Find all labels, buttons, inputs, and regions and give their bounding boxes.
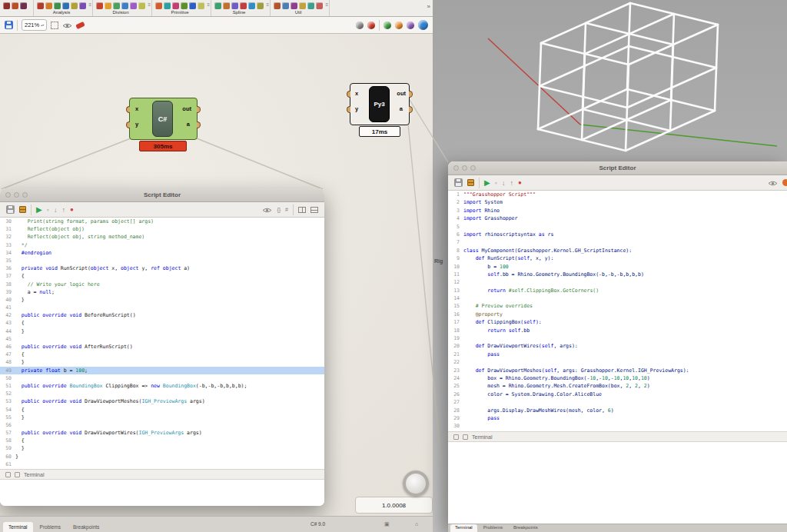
group-menu-icon[interactable]: ≡ [88,2,91,7]
record-icon[interactable]: ● [70,206,74,214]
output-out[interactable]: out [397,90,406,97]
toolbar-icon[interactable] [62,2,69,9]
output-out[interactable]: out [182,105,191,112]
output-a[interactable]: a [187,121,190,128]
sketch-tool-icon[interactable] [75,21,85,28]
toolbar-icon[interactable] [12,2,18,9]
display-mode-icon[interactable] [367,22,375,29]
script-alert-icon[interactable] [782,179,787,186]
input-grip[interactable] [126,121,130,128]
tab-group-util[interactable]: Util ≡ [271,0,330,16]
display-mode-icon[interactable] [418,20,428,30]
zoom-extents-icon[interactable] [51,22,58,29]
display-mode-icon[interactable] [356,22,364,29]
navigation-ball-icon[interactable] [403,470,429,497]
component-capsule[interactable]: Py3 [369,86,390,122]
input-x[interactable]: x [135,105,138,112]
zoom-control[interactable]: 221% ▴▾ [22,19,47,31]
group-menu-icon[interactable]: ≡ [266,2,269,7]
preview-eye-icon[interactable] [62,18,72,32]
toolbar-icons[interactable] [155,2,204,10]
step-into-icon[interactable]: ↓ [54,206,58,214]
package-icon[interactable] [467,179,474,186]
toolbar-icon[interactable] [223,2,230,9]
step-out-icon[interactable]: ↑ [510,179,513,187]
terminal-bar[interactable]: Terminal [448,431,787,442]
toolbar-icon[interactable] [20,2,27,9]
tab-breakpoints[interactable]: Breakpoints [509,524,543,532]
tab-problems[interactable]: Problems [479,524,507,532]
script-editor-window-csharp[interactable]: Script Editor ▶ ◦ ↓ ↑ ● {} # 30 Print(st… [0,188,324,506]
titlebar[interactable]: Script Editor [0,188,324,202]
toolbar-icon[interactable] [138,2,145,9]
toolbar-icon[interactable] [45,2,52,9]
save-icon[interactable] [454,178,463,187]
debug-icon[interactable]: ◦ [495,179,497,187]
toolbar-icon[interactable] [155,2,162,9]
toolbar-icon[interactable] [248,2,255,9]
toolbar-icon[interactable] [79,2,86,9]
debug-icon[interactable]: ◦ [47,206,49,214]
toolbar-icon[interactable] [130,2,137,9]
group-menu-icon[interactable]: ≡ [325,2,328,7]
toolbar-icon[interactable] [121,2,128,9]
toolbar-icon[interactable] [164,2,171,9]
toolbar-icon[interactable] [172,2,179,9]
tab-group-analysis[interactable]: Analysis ≡ [34,0,93,16]
terminal-output[interactable] [448,442,787,524]
preview-eye-icon[interactable] [768,176,778,190]
statusbar-icon[interactable]: ⌂ [415,521,418,527]
toolbar-icon[interactable] [299,2,306,9]
display-mode-icon[interactable] [395,22,403,29]
toolbar-icon[interactable] [181,2,188,9]
tab-group-primitive[interactable]: Primitive ≡ [152,0,211,16]
toolbar-icons[interactable] [3,2,27,10]
toolbar-icons[interactable] [214,2,264,10]
step-out-icon[interactable]: ↑ [61,206,65,214]
statusbar-icon[interactable]: ▣ [384,521,390,527]
display-mode-icon[interactable] [384,22,391,29]
tab-terminal[interactable]: Terminal [450,524,477,532]
input-grip[interactable] [347,106,350,113]
split-vertical-icon[interactable] [298,207,306,213]
group-menu-icon[interactable]: ≡ [207,2,210,7]
toolbar-icon[interactable] [71,2,78,9]
tab-group-spline[interactable]: Spline ≡ [211,0,271,16]
toolbar-icons[interactable] [37,2,86,10]
toolbar-icon[interactable] [54,2,61,9]
toolbar-tab-group[interactable] [0,0,34,16]
tab-terminal[interactable]: Terminal [3,522,33,532]
tab-problems[interactable]: Problems [35,522,66,532]
filter-icon[interactable] [463,434,468,440]
terminal-output[interactable] [0,480,324,506]
save-icon[interactable] [6,205,15,214]
save-icon[interactable] [5,21,13,29]
step-into-icon[interactable]: ↓ [502,179,506,187]
language-version[interactable]: C# 9.0 [310,521,325,527]
split-horizontal-icon[interactable] [310,207,318,213]
run-icon[interactable]: ▶ [484,179,490,187]
toolbar-icon[interactable] [240,2,247,9]
toolbar-icon[interactable] [307,2,314,9]
toolbar-icon[interactable] [96,2,103,9]
input-y[interactable]: y [135,121,138,128]
input-grip[interactable] [126,106,130,113]
component-capsule[interactable]: C# [152,101,173,137]
toolbar-icons[interactable] [274,2,323,10]
output-a[interactable]: a [400,105,403,112]
toolbar-icon[interactable] [189,2,196,9]
titlebar[interactable]: Script Editor [448,161,787,175]
preview-eye-icon[interactable] [262,203,272,217]
toolbar-icon[interactable] [274,2,281,9]
script-editor-window-python[interactable]: Script Editor ▶ ◦ ↓ ↑ ● 1"""Grasshopper … [448,161,787,532]
input-grip[interactable] [347,91,350,98]
toolbar-icon[interactable] [105,2,111,9]
tab-breakpoints[interactable]: Breakpoints [68,522,105,532]
terminal-icon[interactable] [453,434,459,440]
run-icon[interactable]: ▶ [36,206,42,214]
toolbar-icon[interactable] [37,2,44,9]
toolbar-icon[interactable] [214,2,221,9]
input-y[interactable]: y [355,105,358,112]
package-icon[interactable] [19,206,26,213]
toolbar-icon[interactable] [257,2,264,9]
